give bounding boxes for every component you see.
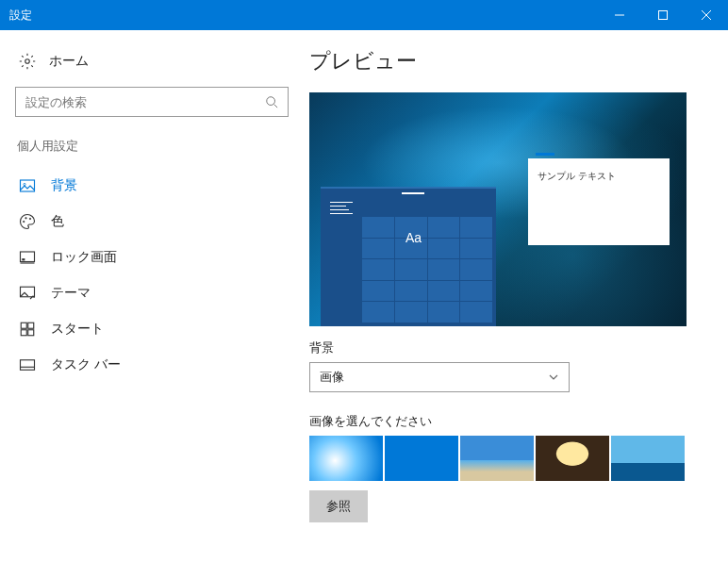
home-label: ホーム — [49, 53, 89, 70]
thumbnail-2[interactable] — [385, 436, 458, 481]
thumbnail-5[interactable] — [611, 436, 685, 481]
taskbar-icon — [19, 356, 36, 373]
background-label: 背景 — [309, 339, 703, 356]
thumbnail-3[interactable] — [460, 436, 534, 481]
svg-rect-1 — [659, 11, 668, 20]
preview-aa: Aa — [405, 230, 422, 245]
palette-icon — [19, 213, 36, 230]
close-button[interactable] — [685, 0, 728, 30]
svg-point-4 — [25, 59, 30, 64]
maximize-button[interactable] — [641, 0, 685, 30]
minimize-button[interactable] — [598, 0, 641, 30]
nav-start[interactable]: スタート — [15, 311, 277, 347]
nav-colors[interactable]: 色 — [15, 204, 277, 240]
svg-rect-16 — [21, 323, 26, 328]
preview-sample-window: サンプル テキスト — [528, 158, 670, 245]
picture-icon — [19, 177, 36, 194]
search-input[interactable] — [25, 95, 265, 109]
nav-label: スタート — [51, 321, 104, 338]
background-select-value: 画像 — [320, 369, 344, 386]
search-box[interactable] — [15, 87, 289, 117]
nav-label: タスク バー — [51, 356, 121, 373]
theme-icon — [19, 285, 36, 302]
nav-themes[interactable]: テーマ — [15, 275, 277, 311]
gear-icon — [19, 53, 36, 70]
svg-point-11 — [29, 218, 31, 220]
thumbnail-4[interactable] — [536, 436, 609, 481]
nav-label: 色 — [51, 213, 64, 230]
search-icon — [265, 95, 278, 108]
svg-rect-19 — [28, 330, 34, 336]
image-thumbnails — [309, 436, 703, 481]
svg-point-5 — [267, 97, 275, 106]
thumbnail-1[interactable] — [309, 436, 383, 481]
svg-rect-13 — [23, 259, 25, 261]
nav-label: 背景 — [51, 177, 77, 194]
svg-rect-18 — [21, 330, 26, 336]
window-controls — [598, 0, 728, 30]
preview-start-panel: Aa — [321, 187, 496, 326]
svg-rect-7 — [21, 180, 35, 191]
background-select[interactable]: 画像 — [309, 362, 570, 392]
page-title: プレビュー — [309, 47, 703, 75]
browse-button[interactable]: 参照 — [309, 490, 368, 522]
svg-rect-20 — [21, 360, 35, 371]
home-link[interactable]: ホーム — [15, 47, 277, 75]
nav-taskbar[interactable]: タスク バー — [15, 347, 277, 383]
nav-lockscreen[interactable]: ロック画面 — [15, 240, 277, 275]
nav-background[interactable]: 背景 — [15, 168, 277, 204]
svg-line-6 — [274, 105, 278, 108]
category-label: 個人用設定 — [15, 138, 277, 155]
window-title: 設定 — [9, 8, 32, 24]
svg-rect-17 — [28, 323, 34, 328]
nav-label: ロック画面 — [51, 249, 117, 266]
preview-sample-text: サンプル テキスト — [528, 158, 670, 194]
desktop-preview: Aa サンプル テキスト — [309, 92, 687, 326]
svg-point-9 — [24, 221, 25, 223]
start-icon — [19, 321, 36, 338]
lockscreen-icon — [19, 249, 36, 266]
chevron-down-icon — [548, 372, 559, 383]
choose-image-label: 画像を選んでください — [309, 413, 703, 430]
svg-point-10 — [25, 218, 27, 220]
nav-label: テーマ — [51, 285, 91, 302]
